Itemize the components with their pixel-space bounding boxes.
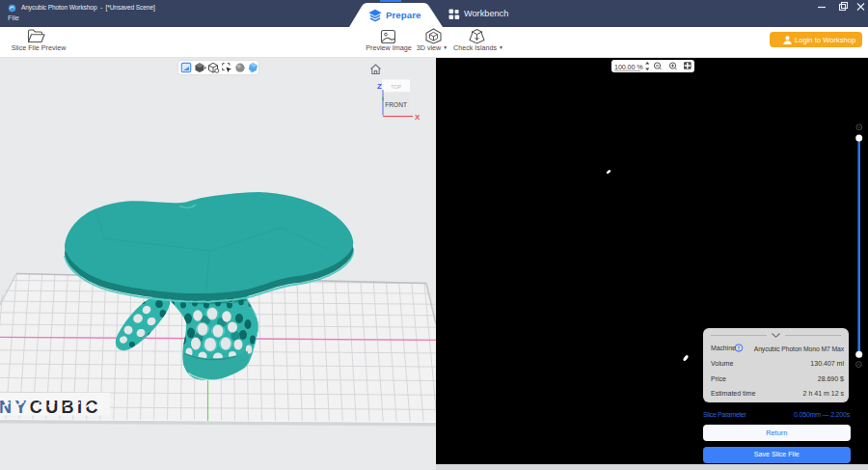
svg-text:FRONT: FRONT (385, 101, 407, 108)
svg-text:X: X (415, 113, 420, 122)
svg-text:Prepare: Prepare (386, 10, 421, 20)
svg-text:Z: Z (377, 82, 382, 91)
svg-text:TOP: TOP (391, 84, 401, 90)
